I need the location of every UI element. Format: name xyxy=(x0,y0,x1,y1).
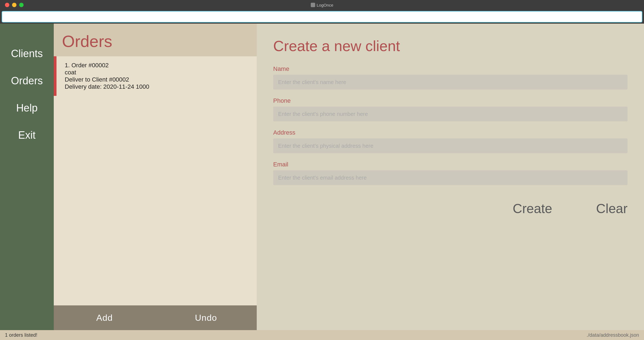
status-left: 1 orders listed! xyxy=(5,332,37,338)
search-input[interactable] xyxy=(2,11,642,23)
name-field-group: Name xyxy=(273,65,628,90)
sidebar-item-exit[interactable]: Exit xyxy=(0,122,54,149)
sidebar: Clients Orders Help Exit xyxy=(0,24,54,330)
add-order-button[interactable]: Add xyxy=(54,305,155,330)
clear-button[interactable]: Clear xyxy=(596,201,628,216)
email-input[interactable] xyxy=(273,170,628,185)
maximize-button[interactable] xyxy=(19,3,24,7)
sidebar-item-clients[interactable]: Clients xyxy=(0,40,54,67)
status-bar: 1 orders listed! ./data/addressbook.json xyxy=(0,330,644,340)
orders-list: 1. Order #00002 coat Deliver to Client #… xyxy=(54,56,257,305)
sidebar-item-help[interactable]: Help xyxy=(0,94,54,122)
order-item[interactable]: 1. Order #00002 coat Deliver to Client #… xyxy=(54,56,257,96)
window-controls[interactable] xyxy=(5,3,24,7)
order-date: Delivery date: 2020-11-24 1000 xyxy=(65,83,248,90)
orders-footer: Add Undo xyxy=(54,305,257,330)
phone-field-group: Phone xyxy=(273,97,628,121)
app-icon xyxy=(311,3,315,7)
orders-title: Orders xyxy=(62,32,248,51)
address-label: Address xyxy=(273,129,628,136)
undo-order-button[interactable]: Undo xyxy=(155,305,257,330)
minimize-button[interactable] xyxy=(12,3,16,7)
create-actions: Create Clear xyxy=(273,201,628,216)
create-button[interactable]: Create xyxy=(513,201,552,216)
phone-input[interactable] xyxy=(273,107,628,121)
phone-label: Phone xyxy=(273,97,628,104)
sidebar-item-orders[interactable]: Orders xyxy=(0,67,54,94)
app-title: LogOnce xyxy=(317,3,334,7)
main-area: Clients Orders Help Exit Orders 1. Order… xyxy=(0,24,644,330)
email-field-group: Email xyxy=(273,161,628,185)
order-client: Deliver to Client #00002 xyxy=(65,76,248,83)
orders-panel: Orders 1. Order #00002 coat Deliver to C… xyxy=(54,24,257,330)
name-input[interactable] xyxy=(273,75,628,90)
email-label: Email xyxy=(273,161,628,168)
close-button[interactable] xyxy=(5,3,9,7)
content-area: Orders 1. Order #00002 coat Deliver to C… xyxy=(54,24,644,330)
address-field-group: Address xyxy=(273,129,628,153)
order-number: 1. Order #00002 xyxy=(65,62,248,69)
address-input[interactable] xyxy=(273,138,628,153)
status-right: ./data/addressbook.json xyxy=(587,332,639,338)
create-client-panel: Create a new client Name Phone Address E… xyxy=(257,24,644,330)
order-name: coat xyxy=(65,69,248,76)
search-bar-wrap xyxy=(0,10,644,24)
title-bar: LogOnce xyxy=(0,0,644,10)
name-label: Name xyxy=(273,65,628,73)
orders-header: Orders xyxy=(54,24,257,56)
create-client-title: Create a new client xyxy=(273,37,628,54)
